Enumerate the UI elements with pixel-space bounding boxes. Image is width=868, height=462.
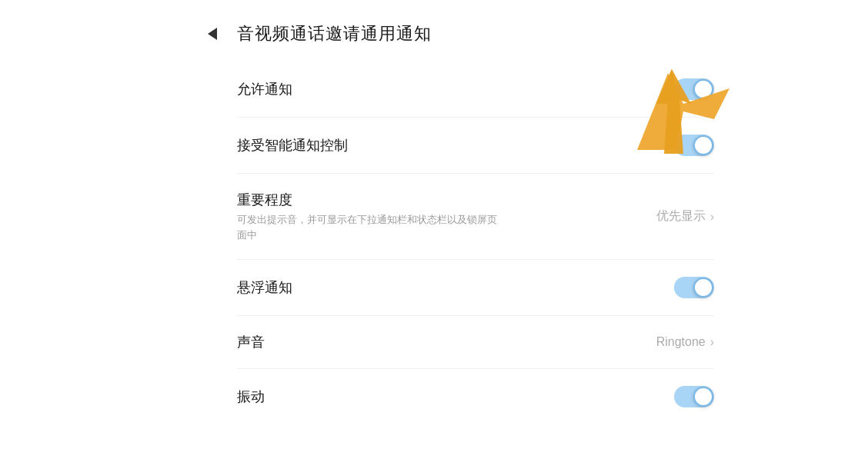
- sound-value: Ringtone: [656, 335, 706, 349]
- importance-chevron-icon: ›: [710, 210, 714, 224]
- setting-row-allow-notification: 允许通知: [237, 61, 714, 118]
- floating-notification-label: 悬浮通知: [237, 278, 292, 297]
- sound-label: 声音: [237, 333, 265, 351]
- allow-notification-toggle-knob: [693, 79, 713, 99]
- importance-label: 重要程度: [237, 191, 499, 209]
- back-arrow-icon: [208, 28, 217, 40]
- importance-sublabel: 可发出提示音，并可显示在下拉通知栏和状态栏以及锁屏页面中: [237, 212, 499, 242]
- allow-notification-right: [674, 78, 714, 100]
- smart-notification-toggle[interactable]: [674, 135, 714, 156]
- importance-right[interactable]: 优先显示 ›: [656, 208, 714, 224]
- vibration-label: 振动: [237, 387, 265, 406]
- smart-notification-toggle-knob: [693, 135, 713, 155]
- sound-chevron-icon: ›: [710, 335, 714, 349]
- importance-value: 优先显示: [656, 208, 706, 224]
- allow-notification-toggle[interactable]: [674, 78, 714, 100]
- setting-row-vibration: 振动: [237, 369, 714, 424]
- smart-notification-right: [674, 135, 714, 156]
- vibration-toggle[interactable]: [674, 386, 714, 407]
- setting-row-importance[interactable]: 重要程度 可发出提示音，并可显示在下拉通知栏和状态栏以及锁屏页面中 优先显示 ›: [237, 174, 714, 260]
- header: 音视频通话邀请通用通知: [0, 0, 868, 61]
- setting-row-floating: 悬浮通知: [237, 260, 714, 316]
- sound-right[interactable]: Ringtone ›: [656, 335, 714, 349]
- page-title: 音视频通话邀请通用通知: [237, 22, 432, 45]
- allow-notification-label: 允许通知: [237, 80, 292, 98]
- importance-label-block: 重要程度 可发出提示音，并可显示在下拉通知栏和状态栏以及锁屏页面中: [237, 191, 499, 242]
- vibration-toggle-knob: [693, 387, 713, 407]
- vibration-right: [674, 386, 714, 407]
- page-container: 音视频通话邀请通用通知 允许通知 接受智能通知控制 重要程度: [0, 0, 868, 462]
- floating-notification-toggle-knob: [693, 278, 713, 297]
- floating-notification-right: [674, 277, 714, 298]
- smart-notification-label: 接受智能通知控制: [237, 136, 348, 155]
- floating-notification-toggle[interactable]: [674, 277, 714, 298]
- setting-row-smart-notification: 接受智能通知控制: [237, 118, 714, 174]
- back-button[interactable]: [200, 22, 225, 46]
- setting-row-sound[interactable]: 声音 Ringtone ›: [237, 316, 714, 369]
- settings-list: 允许通知 接受智能通知控制 重要程度 可发出提示音，并可显示在下拉通知栏和状态栏…: [0, 61, 868, 424]
